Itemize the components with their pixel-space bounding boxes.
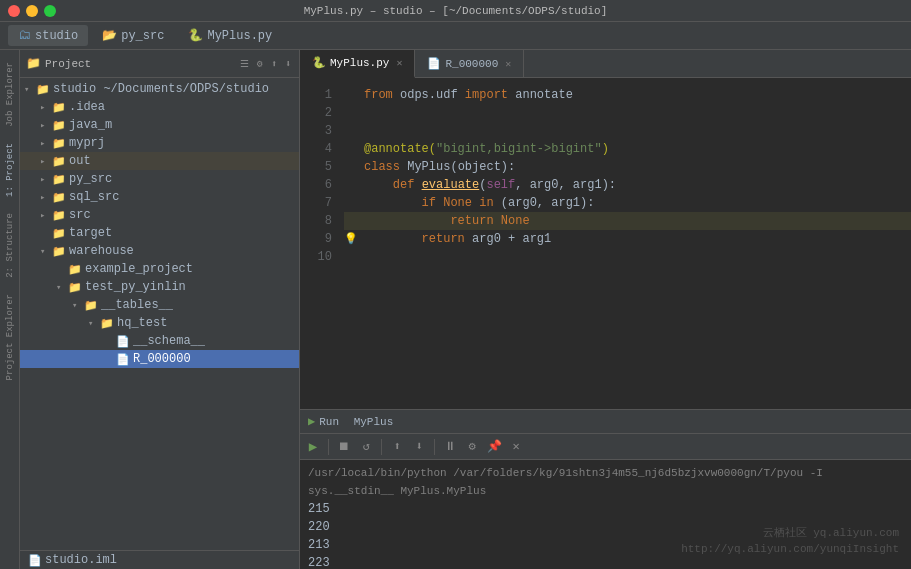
myplus-tab-close[interactable]: ✕ bbox=[396, 57, 402, 69]
sidebar-item-project-explorer[interactable]: Project Explorer bbox=[3, 286, 17, 388]
tree-item-schema[interactable]: 📄 __schema__ bbox=[20, 332, 299, 350]
rerun-button[interactable]: ↺ bbox=[357, 438, 375, 456]
toolbar-divider-1 bbox=[328, 439, 329, 455]
tree-item-myprj[interactable]: 📁 myprj bbox=[20, 134, 299, 152]
tree-item-studio-root[interactable]: 📁 studio ~/Documents/ODPS/studio bbox=[20, 80, 299, 98]
console-command: /usr/local/bin/python /var/folders/kg/91… bbox=[308, 464, 903, 500]
maximize-button[interactable] bbox=[44, 5, 56, 17]
tree-item-out[interactable]: 📁 out bbox=[20, 152, 299, 170]
project-btn-4[interactable]: ⬇ bbox=[283, 57, 293, 71]
tree-arrow-myprj bbox=[40, 138, 52, 149]
tree-arrow-test-py bbox=[56, 282, 68, 293]
project-btn-3[interactable]: ⬆ bbox=[269, 57, 279, 71]
tree-item-idea[interactable]: 📁 .idea bbox=[20, 98, 299, 116]
tree-item-src[interactable]: 📁 src bbox=[20, 206, 299, 224]
folder-icon-out: 📁 bbox=[52, 155, 66, 168]
scroll-down-button[interactable]: ⬇ bbox=[410, 438, 428, 456]
tree-arrow-idea bbox=[40, 102, 52, 113]
editor-tab-r000000[interactable]: 📄 R_000000 ✕ bbox=[415, 50, 524, 78]
file-tree-panel: 📁 Project ☰ ⚙ ⬆ ⬇ 📁 studio ~/Documents/O… bbox=[20, 50, 300, 569]
tree-item-target[interactable]: 📁 target bbox=[20, 224, 299, 242]
minimize-button[interactable] bbox=[26, 5, 38, 17]
tab-myplus-label: MyPlus.py bbox=[207, 29, 272, 43]
tree-label-out: out bbox=[69, 154, 91, 168]
studio-folder-icon: 🗂 bbox=[18, 28, 31, 43]
run-icon: ▶ bbox=[308, 414, 315, 429]
tab-studio[interactable]: 🗂 studio bbox=[8, 25, 88, 46]
tree-content: 📁 studio ~/Documents/ODPS/studio 📁 .idea… bbox=[20, 78, 299, 550]
sidebar-item-project[interactable]: 1: Project bbox=[3, 135, 17, 205]
editor-tab-myplus[interactable]: 🐍 MyPlus.py ✕ bbox=[300, 50, 415, 78]
code-line-8: return None bbox=[344, 212, 911, 230]
code-line-10 bbox=[344, 248, 911, 266]
code-content[interactable]: from odps.udf import annotate @annotate(… bbox=[340, 78, 911, 409]
project-header: 📁 Project ☰ ⚙ ⬆ ⬇ bbox=[20, 50, 299, 78]
play-button[interactable]: ▶ bbox=[304, 438, 322, 456]
tree-item-warehouse[interactable]: 📁 warehouse bbox=[20, 242, 299, 260]
tree-item-java-m[interactable]: 📁 java_m bbox=[20, 116, 299, 134]
myplus-tab-icon: 🐍 bbox=[312, 56, 326, 69]
tree-item-sql-src[interactable]: 📁 sql_src bbox=[20, 188, 299, 206]
console-output: /usr/local/bin/python /var/folders/kg/91… bbox=[300, 460, 911, 569]
tree-label-studio: studio ~/Documents/ODPS/studio bbox=[53, 82, 269, 96]
folder-icon-idea: 📁 bbox=[52, 101, 66, 114]
output-line-2: 220 bbox=[308, 518, 903, 536]
myplus-tab-label: MyPlus.py bbox=[330, 57, 389, 69]
tree-item-hq-test[interactable]: 📁 hq_test bbox=[20, 314, 299, 332]
top-tab-bar: 🗂 studio 📂 py_src 🐍 MyPlus.py bbox=[0, 22, 911, 50]
tree-arrow-studio bbox=[24, 84, 36, 95]
tree-item-test-py-yinlin[interactable]: 📁 test_py_yinlin bbox=[20, 278, 299, 296]
tree-arrow-out bbox=[40, 156, 52, 167]
line-numbers: 12345 678910 bbox=[300, 78, 340, 409]
tree-label-r000000: R_000000 bbox=[133, 352, 191, 366]
lightbulb-icon[interactable]: 💡 bbox=[344, 230, 358, 248]
code-line-4: @annotate("bigint,bigint->bigint") bbox=[344, 140, 911, 158]
run-tab-text: Run bbox=[319, 416, 339, 428]
folder-icon-studio: 📁 bbox=[36, 83, 50, 96]
code-line-2 bbox=[344, 104, 911, 122]
myplus-py-icon: 🐍 bbox=[188, 28, 203, 43]
run-tab-label[interactable]: ▶ Run MyPlus bbox=[308, 414, 393, 429]
close-button[interactable] bbox=[8, 5, 20, 17]
close-panel-button[interactable]: ✕ bbox=[507, 438, 525, 456]
folder-icon-sql-src: 📁 bbox=[52, 191, 66, 204]
sidebar-item-job-explorer[interactable]: Job Explorer bbox=[3, 54, 17, 135]
bottom-panel: ▶ Run MyPlus ▶ ⏹ ↺ ⬆ ⬇ ⏸ ⚙ 📌 ✕ bbox=[300, 409, 911, 569]
window-title: MyPlus.py – studio – [~/Documents/ODPS/s… bbox=[304, 5, 608, 17]
tree-arrow-hq-test bbox=[88, 318, 100, 329]
tree-item-py-src[interactable]: 📁 py_src bbox=[20, 170, 299, 188]
tree-label-hq-test: hq_test bbox=[117, 316, 167, 330]
folder-icon-tables: 📁 bbox=[84, 299, 98, 312]
tree-item-tables[interactable]: 📁 __tables__ bbox=[20, 296, 299, 314]
studio-iml-item[interactable]: 📄 studio.iml bbox=[20, 550, 299, 569]
settings-button[interactable]: ⚙ bbox=[463, 438, 481, 456]
stop-button[interactable]: ⏹ bbox=[335, 438, 353, 456]
tree-label-py-src: py_src bbox=[69, 172, 112, 186]
tree-label-target: target bbox=[69, 226, 112, 240]
tree-item-r000000[interactable]: 📄 R_000000 bbox=[20, 350, 299, 368]
tab-myplus[interactable]: 🐍 MyPlus.py bbox=[178, 25, 282, 46]
toolbar-divider-3 bbox=[434, 439, 435, 455]
scroll-up-button[interactable]: ⬆ bbox=[388, 438, 406, 456]
pause-button[interactable]: ⏸ bbox=[441, 438, 459, 456]
tree-label-example: example_project bbox=[85, 262, 193, 276]
folder-icon-py-src: 📁 bbox=[52, 173, 66, 186]
tree-item-example-project[interactable]: 📁 example_project bbox=[20, 260, 299, 278]
editor-area: 🐍 MyPlus.py ✕ 📄 R_000000 ✕ 12345 678910 bbox=[300, 50, 911, 409]
window-controls bbox=[8, 5, 56, 17]
folder-icon-example: 📁 bbox=[68, 263, 82, 276]
project-btn-2[interactable]: ⚙ bbox=[255, 57, 265, 71]
project-btn-1[interactable]: ☰ bbox=[238, 57, 251, 71]
studio-iml-label: studio.iml bbox=[45, 553, 117, 567]
pin-button[interactable]: 📌 bbox=[485, 438, 503, 456]
r000000-tab-close[interactable]: ✕ bbox=[505, 58, 511, 70]
tree-label-warehouse: warehouse bbox=[69, 244, 134, 258]
tab-py-src[interactable]: 📂 py_src bbox=[92, 25, 174, 46]
project-label: Project bbox=[45, 58, 234, 70]
tree-arrow-java-m bbox=[40, 120, 52, 131]
toolbar-divider-2 bbox=[381, 439, 382, 455]
folder-icon-src: 📁 bbox=[52, 209, 66, 222]
code-line-5: class MyPlus(object): bbox=[344, 158, 911, 176]
sidebar-item-structure[interactable]: 2: Structure bbox=[3, 205, 17, 286]
title-bar: MyPlus.py – studio – [~/Documents/ODPS/s… bbox=[0, 0, 911, 22]
